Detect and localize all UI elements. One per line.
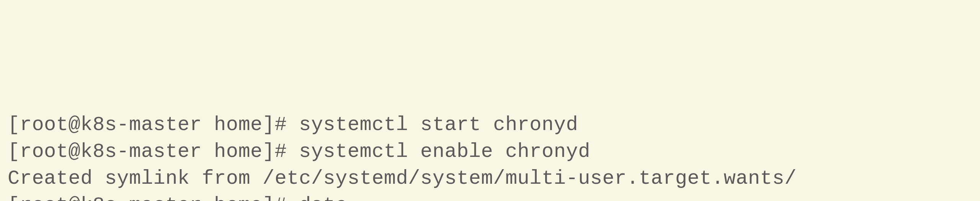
terminal-line: [root@k8s-master home]# systemctl enable…: [8, 138, 972, 165]
shell-prompt: [root@k8s-master home]#: [8, 194, 299, 201]
terminal-line: [root@k8s-master home]# date: [8, 192, 972, 201]
terminal-output[interactable]: [root@k8s-master home]# systemctl start …: [8, 112, 972, 201]
terminal-line: [root@k8s-master home]# systemctl start …: [8, 112, 972, 138]
shell-command: date: [299, 194, 348, 201]
shell-command: systemctl enable chronyd: [299, 140, 590, 163]
shell-command: systemctl start chronyd: [299, 114, 578, 136]
shell-prompt: [root@k8s-master home]#: [8, 114, 299, 136]
terminal-line: Created symlink from /etc/systemd/system…: [8, 165, 972, 192]
command-output: Created symlink from /etc/systemd/system…: [8, 167, 797, 190]
shell-prompt: [root@k8s-master home]#: [8, 140, 299, 163]
